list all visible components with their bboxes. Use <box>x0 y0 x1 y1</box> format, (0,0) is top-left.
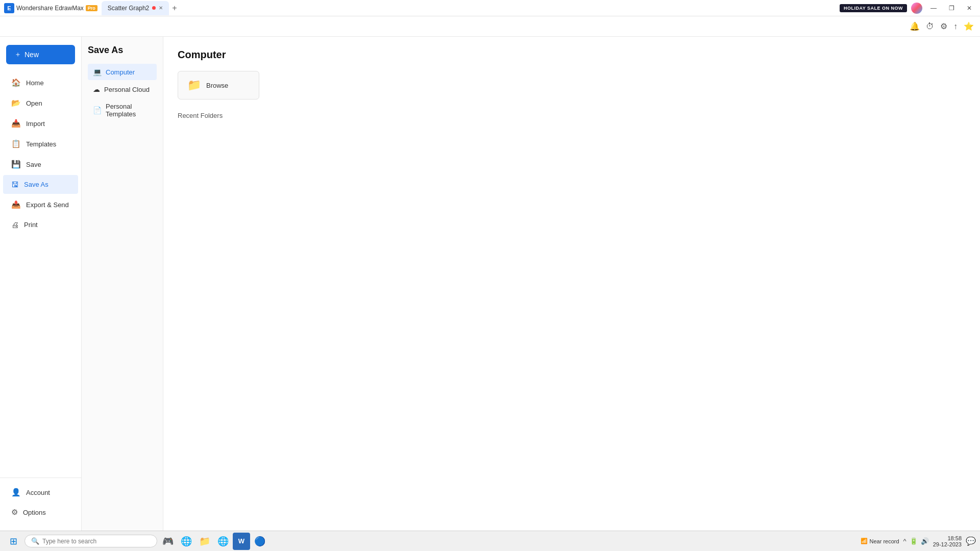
settings-icon[interactable]: ⚙ <box>940 21 947 31</box>
save-as-option-personal-templates[interactable]: 📄 Personal Templates <box>88 98 157 122</box>
sidebar-item-print[interactable]: 🖨 Print <box>3 215 78 234</box>
tab-modified-dot <box>152 6 156 10</box>
title-bar: E Wondershare EdrawMax Pro Scatter Graph… <box>0 0 980 16</box>
taskbar: ⊞ 🔍 🎮 🌐 📁 🌐 W 🔵 📶 Near record ^ 🔋 🔊 18:5… <box>0 531 980 551</box>
open-icon: 📂 <box>11 98 21 108</box>
sidebar-nav: 🏠 Home 📂 Open 📥 Import 📋 Templates 💾 Sav… <box>0 72 81 478</box>
start-button[interactable]: ⊞ <box>4 532 22 550</box>
tab-bar: Scatter Graph2 ✕ + <box>102 1 179 15</box>
sidebar-item-account[interactable]: 👤 Account <box>3 483 78 502</box>
taskbar-right: 📶 Near record ^ 🔋 🔊 18:58 29-12-2023 💬 <box>861 535 976 547</box>
sidebar-item-save-label: Save <box>26 161 41 168</box>
taskbar-time: 18:58 29-12-2023 <box>933 535 962 547</box>
minimize-button[interactable]: — <box>926 4 941 13</box>
account-icon: 👤 <box>11 488 21 497</box>
save-as-option-personal-cloud-label: Personal Cloud <box>104 86 150 93</box>
taskbar-app-blue[interactable]: 🔵 <box>251 533 268 550</box>
taskbar-sys-icons: ^ 🔋 🔊 <box>903 537 929 545</box>
active-tab[interactable]: Scatter Graph2 ✕ <box>102 1 169 15</box>
time-display: 18:58 <box>933 535 962 541</box>
save-as-panel-title: Save As <box>88 45 157 56</box>
save-as-panel: Save As 💻 Computer ☁ Personal Cloud 📄 Pe… <box>82 37 163 531</box>
status-icon: 📶 <box>861 538 868 544</box>
folder-icon: 📁 <box>187 79 201 92</box>
sidebar-item-open-label: Open <box>26 99 42 107</box>
personal-templates-icon: 📄 <box>93 106 102 114</box>
volume-icon[interactable]: 🔊 <box>921 537 929 545</box>
sidebar-item-templates[interactable]: 📋 Templates <box>3 134 78 154</box>
sidebar-item-save-as[interactable]: 🖫 Save As <box>3 175 78 194</box>
home-icon: 🏠 <box>11 78 21 87</box>
taskbar-status: 📶 Near record <box>861 538 899 544</box>
add-tab-button[interactable]: + <box>170 4 179 13</box>
sidebar-item-save-as-label: Save As <box>24 181 48 188</box>
save-as-option-computer-label: Computer <box>106 68 135 76</box>
app-logo: E Wondershare EdrawMax Pro <box>4 3 97 13</box>
save-icon: 💾 <box>11 160 21 169</box>
cloud-icon: ☁ <box>93 85 100 93</box>
sidebar-item-home-label: Home <box>26 79 44 87</box>
sidebar-item-templates-label: Templates <box>26 140 56 148</box>
taskbar-app-browser[interactable]: 🌐 <box>178 533 195 550</box>
sidebar: ＋ New 🏠 Home 📂 Open 📥 Import 📋 Templates… <box>0 37 82 531</box>
close-button[interactable]: ✕ <box>963 4 976 13</box>
save-as-option-personal-templates-label: Personal Templates <box>106 103 152 118</box>
save-as-icon: 🖫 <box>11 180 19 189</box>
save-as-option-computer[interactable]: 💻 Computer <box>88 64 157 80</box>
notifications-icon[interactable]: 💬 <box>966 536 976 546</box>
taskbar-app-icons: 🎮 🌐 📁 🌐 W 🔵 <box>159 533 268 550</box>
sidebar-item-options-label: Options <box>23 509 46 516</box>
battery-icon: 🔋 <box>910 537 918 545</box>
timer-icon[interactable]: ⏱ <box>926 22 934 31</box>
print-icon: 🖨 <box>11 220 19 229</box>
browse-card[interactable]: 📁 Browse <box>178 71 259 99</box>
options-icon: ⚙ <box>11 508 18 517</box>
main-container: ＋ New 🏠 Home 📂 Open 📥 Import 📋 Templates… <box>0 37 980 531</box>
notification-icon[interactable]: 🔔 <box>910 21 920 31</box>
taskbar-search-box[interactable]: 🔍 <box>24 535 157 547</box>
expand-tray-icon[interactable]: ^ <box>903 537 906 545</box>
export-icon: 📤 <box>11 200 21 209</box>
content-area: Computer 📁 Browse Recent Folders <box>163 37 980 531</box>
sidebar-item-open[interactable]: 📂 Open <box>3 93 78 113</box>
upload-icon[interactable]: ↑ <box>953 22 958 31</box>
status-label: Near record <box>870 538 899 544</box>
title-bar-left: E Wondershare EdrawMax Pro Scatter Graph… <box>4 1 840 15</box>
taskbar-app-files[interactable]: 📁 <box>196 533 213 550</box>
holiday-badge[interactable]: HOLIDAY SALE ON NOW <box>840 4 907 12</box>
new-button[interactable]: ＋ New <box>6 45 75 64</box>
sidebar-item-export[interactable]: 📤 Export & Send <box>3 195 78 214</box>
import-icon: 📥 <box>11 119 21 128</box>
new-icon: ＋ <box>14 50 21 59</box>
restore-button[interactable]: ❐ <box>945 4 959 13</box>
sidebar-bottom: 👤 Account ⚙ Options <box>0 478 81 527</box>
content-title: Computer <box>178 49 966 61</box>
taskbar-app-widgets[interactable]: 🎮 <box>159 533 177 550</box>
new-label: New <box>24 51 39 59</box>
browse-label: Browse <box>206 82 228 89</box>
search-input[interactable] <box>42 538 144 545</box>
sidebar-item-import-label: Import <box>26 120 45 128</box>
toolbar: 🔔 ⏱ ⚙ ↑ ⭐ <box>0 16 980 37</box>
tab-label: Scatter Graph2 <box>108 5 149 12</box>
sidebar-item-export-label: Export & Send <box>26 201 69 209</box>
sidebar-item-account-label: Account <box>26 489 50 496</box>
recent-folders-title: Recent Folders <box>178 112 966 119</box>
title-bar-right: HOLIDAY SALE ON NOW — ❐ ✕ <box>840 3 976 14</box>
sidebar-item-options[interactable]: ⚙ Options <box>3 503 78 522</box>
sidebar-item-save[interactable]: 💾 Save <box>3 155 78 174</box>
taskbar-app-edge[interactable]: 🌐 <box>214 533 232 550</box>
app-name: Wondershare EdrawMax <box>16 5 84 12</box>
pro-badge: Pro <box>86 5 97 11</box>
user-avatar[interactable] <box>911 3 922 14</box>
date-display: 29-12-2023 <box>933 541 962 547</box>
save-as-option-personal-cloud[interactable]: ☁ Personal Cloud <box>88 81 157 97</box>
taskbar-app-word[interactable]: W <box>233 533 250 550</box>
tab-close-button[interactable]: ✕ <box>159 5 163 11</box>
search-icon: 🔍 <box>31 537 39 545</box>
sidebar-item-home[interactable]: 🏠 Home <box>3 73 78 92</box>
sidebar-item-import[interactable]: 📥 Import <box>3 114 78 133</box>
computer-icon: 💻 <box>93 68 102 76</box>
star-icon[interactable]: ⭐ <box>964 21 974 31</box>
sidebar-item-print-label: Print <box>24 221 38 229</box>
